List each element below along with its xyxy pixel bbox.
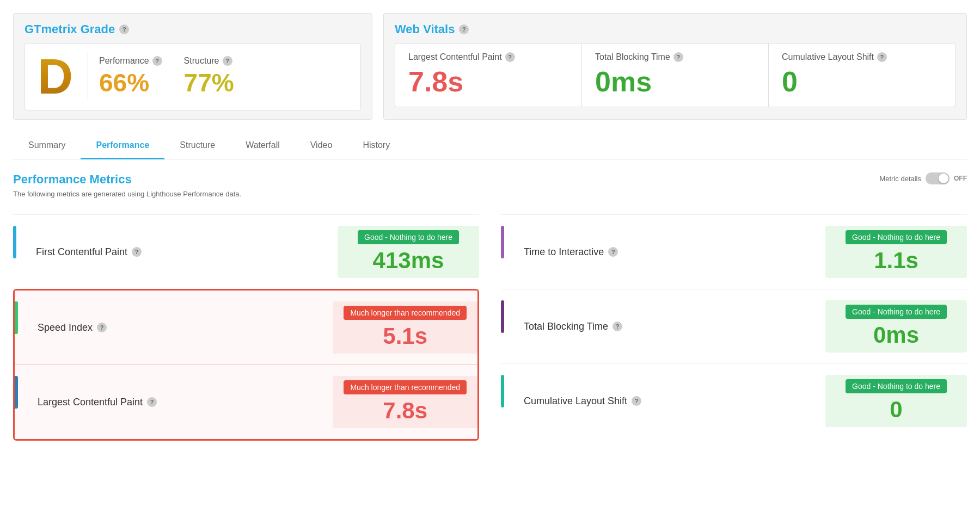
web-vitals-help-icon[interactable]: ? — [459, 24, 469, 34]
cls-row: Cumulative Layout Shift ? Good - Nothing… — [501, 363, 967, 438]
web-vitals-inner: Largest Contentful Paint ? 7.8s Total Bl… — [395, 43, 955, 107]
toggle-off-label: OFF — [954, 175, 967, 182]
fcp-status-badge: Good - Nothing to do here — [358, 230, 459, 244]
tbt-bar — [501, 300, 504, 333]
tbt-content: Total Blocking Time ? — [515, 321, 825, 332]
fcp-result: Good - Nothing to do here 413ms — [338, 226, 479, 278]
tabs-section: Summary Performance Structure Waterfall … — [13, 133, 967, 159]
si-help-icon[interactable]: ? — [97, 323, 107, 332]
right-column: Time to Interactive ? Good - Nothing to … — [501, 214, 967, 441]
si-result: Much longer than recommended 5.1s — [333, 301, 477, 354]
gtmetrix-grade-card: GTmetrix Grade ? D Performance ? 66% Str… — [13, 13, 372, 120]
fcp-bar — [13, 226, 16, 258]
fcp-help-icon[interactable]: ? — [132, 247, 142, 257]
tti-value: 1.1s — [836, 248, 956, 274]
tbt-status-badge: Good - Nothing to do here — [846, 305, 947, 319]
grade-letter-box: D — [34, 52, 88, 101]
lcp-content: Largest Contentful Paint ? — [29, 397, 333, 408]
lcp-metric-help-icon[interactable]: ? — [147, 397, 157, 407]
tab-history[interactable]: History — [347, 133, 405, 159]
fcp-value: 413ms — [348, 248, 468, 274]
lcp-help-icon[interactable]: ? — [505, 52, 515, 62]
red-highlight-box: Speed Index ? Much longer than recommend… — [13, 289, 479, 441]
gtmetrix-help-icon[interactable]: ? — [119, 24, 129, 34]
web-vitals-card: Web Vitals ? Largest Contentful Paint ? … — [383, 13, 967, 120]
tti-status-badge: Good - Nothing to do here — [846, 230, 947, 244]
performance-metrics-section: Performance Metrics The following metric… — [13, 172, 967, 441]
cls-help-icon[interactable]: ? — [877, 52, 887, 62]
metric-details-toggle[interactable]: Metric details OFF — [879, 172, 967, 184]
tbt-value: 0ms — [595, 65, 755, 98]
cls-metric-name: Cumulative Layout Shift ? — [524, 396, 825, 407]
gtmetrix-grade-inner: D Performance ? 66% Structure ? 77% — [24, 43, 361, 110]
tbt-metric-name: Total Blocking Time ? — [524, 321, 825, 332]
cls-vital: Cumulative Layout Shift ? 0 — [769, 44, 955, 107]
tbt-metric-help-icon[interactable]: ? — [612, 322, 622, 331]
lcp-metric-name: Largest Contentful Paint ? — [38, 397, 333, 408]
perf-metrics-title: Performance Metrics — [13, 172, 241, 187]
fcp-name: First Contentful Paint ? — [36, 246, 338, 258]
si-value: 5.1s — [344, 323, 467, 349]
tbt-row: Total Blocking Time ? Good - Nothing to … — [501, 289, 967, 363]
toggle-switch[interactable] — [926, 172, 950, 184]
tti-help-icon[interactable]: ? — [608, 247, 618, 257]
cls-metric-help-icon[interactable]: ? — [632, 396, 641, 406]
lcp-value: 7.8s — [408, 65, 568, 98]
performance-metric: Performance ? 66% — [99, 56, 162, 97]
fcp-content: First Contentful Paint ? — [27, 246, 338, 258]
tbt-help-icon[interactable]: ? — [673, 52, 683, 62]
lcp-value-metric: 7.8s — [344, 398, 467, 424]
tab-waterfall[interactable]: Waterfall — [230, 133, 295, 159]
si-status-badge: Much longer than recommended — [344, 306, 467, 320]
tti-bar — [501, 226, 504, 258]
structure-help-icon[interactable]: ? — [223, 56, 232, 66]
perf-metrics-subtitle: The following metrics are generated usin… — [13, 190, 241, 198]
metrics-grid: First Contentful Paint ? Good - Nothing … — [13, 214, 967, 441]
cls-content: Cumulative Layout Shift ? — [515, 396, 825, 407]
si-bar — [15, 301, 18, 334]
si-name: Speed Index ? — [38, 322, 333, 333]
cls-status-badge: Good - Nothing to do here — [846, 379, 947, 393]
lcp-bar — [15, 376, 18, 409]
tab-summary[interactable]: Summary — [13, 133, 81, 159]
performance-label: Performance ? — [99, 56, 162, 66]
tti-name: Time to Interactive ? — [524, 246, 825, 258]
cls-bar — [501, 375, 504, 407]
gtmetrix-title-text: GTmetrix Grade — [24, 22, 115, 36]
tab-structure[interactable]: Structure — [164, 133, 230, 159]
tbt-label: Total Blocking Time ? — [595, 52, 755, 62]
gtmetrix-grade-title: GTmetrix Grade ? — [24, 22, 361, 36]
tti-content: Time to Interactive ? — [515, 246, 825, 258]
top-section: GTmetrix Grade ? D Performance ? 66% Str… — [13, 13, 967, 120]
grade-metrics-pair: Performance ? 66% Structure ? 77% — [99, 56, 234, 97]
tbt-value-metric: 0ms — [836, 322, 956, 348]
grade-letter: D — [38, 52, 73, 101]
lcp-row: Largest Contentful Paint ? Much longer t… — [15, 365, 477, 439]
si-row: Speed Index ? Much longer than recommend… — [15, 291, 477, 364]
tbt-result: Good - Nothing to do here 0ms — [825, 300, 967, 353]
left-column: First Contentful Paint ? Good - Nothing … — [13, 214, 479, 441]
tab-video[interactable]: Video — [295, 133, 348, 159]
metrics-header: Performance Metrics The following metric… — [13, 172, 967, 209]
tab-performance[interactable]: Performance — [81, 133, 164, 159]
lcp-result: Much longer than recommended 7.8s — [333, 376, 477, 428]
lcp-label: Largest Contentful Paint ? — [408, 52, 568, 62]
structure-metric: Structure ? 77% — [184, 56, 234, 97]
cls-value-metric: 0 — [836, 397, 956, 423]
toggle-knob — [939, 174, 948, 183]
metric-details-label: Metric details — [879, 175, 921, 183]
lcp-vital: Largest Contentful Paint ? 7.8s — [395, 44, 582, 107]
structure-label: Structure ? — [184, 56, 234, 66]
performance-help-icon[interactable]: ? — [152, 56, 162, 66]
performance-value: 66% — [99, 68, 162, 97]
cls-result: Good - Nothing to do here 0 — [825, 375, 967, 427]
web-vitals-title-text: Web Vitals — [395, 22, 455, 36]
lcp-status-badge: Much longer than recommended — [344, 380, 467, 394]
tbt-vital: Total Blocking Time ? 0ms — [582, 44, 769, 107]
si-content: Speed Index ? — [29, 322, 333, 333]
tti-row: Time to Interactive ? Good - Nothing to … — [501, 214, 967, 289]
cls-value: 0 — [782, 65, 942, 98]
metrics-header-left: Performance Metrics The following metric… — [13, 172, 241, 209]
tti-result: Good - Nothing to do here 1.1s — [825, 226, 967, 278]
cls-label: Cumulative Layout Shift ? — [782, 52, 942, 62]
